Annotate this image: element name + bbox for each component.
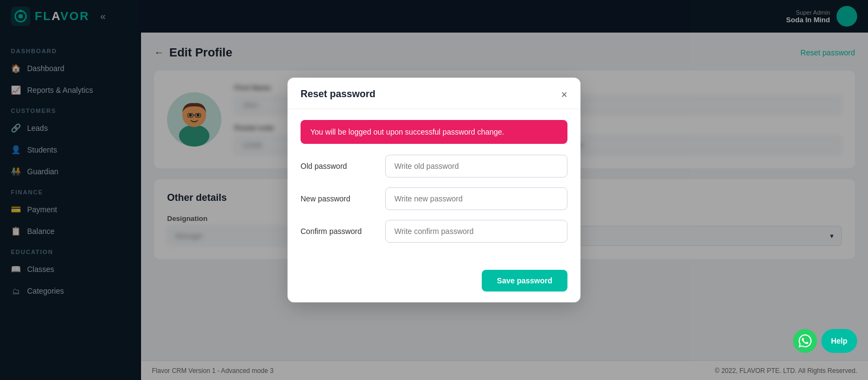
modal-footer: Save password [288,265,580,302]
confirm-password-label: Confirm password [301,227,376,236]
help-button[interactable]: Help [821,329,857,353]
whatsapp-button[interactable] [793,329,817,353]
new-password-input[interactable] [385,187,567,210]
modal-overlay: Reset password × You will be logged out … [0,0,868,380]
save-password-button[interactable]: Save password [482,270,567,292]
new-password-label: New password [301,194,376,203]
old-password-label: Old password [301,162,376,170]
modal-header: Reset password × [288,78,580,109]
alert-banner: You will be logged out upon successful p… [301,120,567,144]
new-password-group: New password [301,187,567,210]
reset-password-modal: Reset password × You will be logged out … [288,78,580,302]
old-password-group: Old password [301,155,567,178]
modal-title: Reset password [301,88,375,100]
modal-close-button[interactable]: × [561,89,567,100]
confirm-password-group: Confirm password [301,220,567,243]
old-password-input[interactable] [385,155,567,178]
help-widget: Help [793,329,857,353]
confirm-password-input[interactable] [385,220,567,243]
modal-body: You will be logged out upon successful p… [288,109,580,265]
